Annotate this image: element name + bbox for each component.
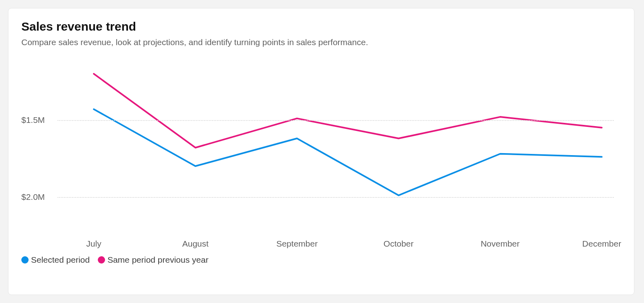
legend-item-previous-year: Same period previous year xyxy=(98,255,208,265)
legend-label: Selected period xyxy=(31,255,90,265)
x-axis-tick-label: July xyxy=(86,239,101,249)
y-axis-tick-label: $2.0M xyxy=(21,192,45,202)
gridline xyxy=(58,120,614,121)
x-axis-tick-label: August xyxy=(182,239,208,249)
line-selected-period xyxy=(94,109,602,195)
chart-legend: Selected period Same period previous yea… xyxy=(21,255,621,265)
legend-dot-icon xyxy=(21,256,29,264)
x-axis-tick-label: October xyxy=(384,239,414,249)
legend-dot-icon xyxy=(98,256,105,264)
card-subtitle: Compare sales revenue, look at projectio… xyxy=(21,37,621,47)
line-previous-year xyxy=(94,74,602,147)
legend-item-selected-period: Selected period xyxy=(21,255,90,265)
x-axis-tick-label: December xyxy=(582,239,621,249)
x-axis-tick-label: September xyxy=(276,239,318,249)
gridline xyxy=(58,197,614,198)
chart-area: $2.0M$1.5MJulyAugustSeptemberOctoberNove… xyxy=(21,54,621,252)
chart-lines-svg xyxy=(21,54,622,252)
card-title: Sales revenue trend xyxy=(21,20,621,33)
sales-revenue-card: Sales revenue trend Compare sales revenu… xyxy=(8,8,634,295)
y-axis-tick-label: $1.5M xyxy=(21,115,45,125)
x-axis-tick-label: November xyxy=(481,239,520,249)
legend-label: Same period previous year xyxy=(107,255,208,265)
